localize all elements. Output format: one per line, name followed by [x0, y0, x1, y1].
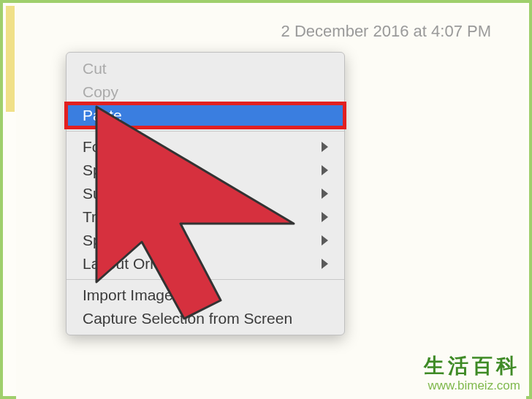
menu-item-label: Spelling — [83, 159, 137, 182]
chevron-right-icon — [322, 212, 328, 222]
menu-item-label: Substituti — [83, 182, 145, 205]
menu-item-label: Capture Selection from Screen — [83, 307, 292, 330]
chevron-right-icon — [322, 142, 328, 152]
menu-item-label: Copy — [83, 80, 118, 104]
menu-separator — [66, 279, 344, 280]
menu-item-spelling[interactable]: Spelling — [66, 159, 344, 182]
menu-item-layout-orientation[interactable]: Layout Orient — [66, 252, 344, 276]
watermark-url: www.bimeiz.com — [424, 379, 520, 393]
menu-item-capture-selection[interactable]: Capture Selection from Screen — [66, 307, 344, 330]
menu-item-import-image[interactable]: Import Image — [66, 284, 344, 307]
menu-item-paste[interactable]: Paste — [66, 104, 344, 127]
menu-item-font[interactable]: Font — [66, 135, 344, 159]
menu-item-label: Speech — [83, 229, 134, 252]
menu-item-label: Paste — [83, 104, 122, 127]
frame-border: 2 December 2016 at 4:07 PM Cut Copy Past… — [0, 0, 532, 399]
context-menu: Cut Copy Paste Font Spelling Substituti — [66, 52, 345, 335]
note-margin-stripe — [6, 6, 15, 112]
chevron-right-icon — [322, 165, 328, 175]
note-timestamp: 2 December 2016 at 4:07 PM — [281, 22, 491, 41]
menu-item-label: Font — [83, 135, 113, 159]
menu-item-label: Cut — [83, 57, 107, 80]
menu-item-cut: Cut — [66, 57, 344, 80]
menu-item-label: Layout Orient — [83, 252, 175, 276]
menu-item-label: Transforma — [83, 205, 161, 229]
note-paper: 2 December 2016 at 4:07 PM Cut Copy Past… — [16, 6, 526, 399]
watermark: 生活百科 www.bimeiz.com — [424, 352, 520, 393]
chevron-right-icon — [322, 259, 328, 269]
menu-item-speech[interactable]: Speech — [66, 229, 344, 252]
menu-item-substitutions[interactable]: Substituti — [66, 182, 344, 205]
menu-item-transformations[interactable]: Transforma — [66, 205, 344, 229]
menu-item-label: Import Image — [83, 284, 173, 307]
chevron-right-icon — [322, 189, 328, 199]
chevron-right-icon — [322, 235, 328, 246]
menu-item-copy: Copy — [66, 80, 344, 104]
menu-separator — [66, 131, 344, 132]
watermark-title: 生活百科 — [424, 352, 520, 380]
